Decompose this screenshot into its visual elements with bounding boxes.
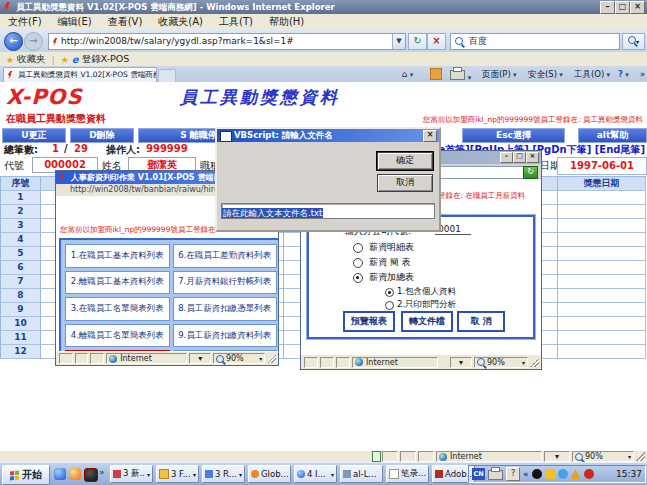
table-row[interactable]: 8 <box>1 289 41 303</box>
stop-button[interactable]: × <box>427 33 446 50</box>
menu-tools[interactable]: 工具(T) <box>211 15 261 29</box>
maximize-button[interactable] <box>513 152 526 163</box>
close-button[interactable] <box>526 152 539 163</box>
star-tray-icon[interactable] <box>545 469 555 479</box>
taskbar-task-group-2[interactable]: 3 F... <box>156 465 199 483</box>
menu-item-6[interactable]: 6.在職員工差勤資料列表 <box>173 244 278 268</box>
tray-chevron-icon[interactable]: « <box>523 469 529 479</box>
radio-include-personal[interactable] <box>385 288 394 297</box>
minimize-button[interactable] <box>500 152 513 163</box>
radio-salary-total[interactable] <box>353 273 363 283</box>
protected-mode-panel[interactable]: ▾ <box>450 357 472 368</box>
table-row[interactable]: 10 <box>1 317 41 331</box>
radio-salary-simple-label[interactable]: 薪資 簡 表 <box>369 256 411 269</box>
minimize-button[interactable] <box>600 1 615 14</box>
table-row[interactable]: 12 <box>1 345 41 359</box>
refresh-button[interactable]: ↻ <box>408 33 427 50</box>
radio-salary-simple[interactable] <box>353 258 363 268</box>
taskbar-task-group-3[interactable]: 3 R... <box>202 465 245 483</box>
help-menu[interactable]: ? <box>618 68 629 81</box>
radio-salary-total-label[interactable]: 薪資加總表 <box>369 271 414 284</box>
taskbar-task-notes[interactable]: 笔录... <box>386 465 429 483</box>
search-options-button[interactable]: ▾ <box>622 33 645 50</box>
menu-item-3[interactable]: 3.在職員工名單簡表列表 <box>65 297 170 321</box>
tab-active[interactable]: 員工異動獎懲資料 V1.02[X-POS 雲端商務網] <box>3 67 157 83</box>
cancel-report-button[interactable]: 取 消 <box>457 311 505 332</box>
cancel-button[interactable]: 取消 <box>377 174 433 192</box>
address-dropdown-icon[interactable]: ▼ <box>392 34 405 49</box>
preview-report-button[interactable]: 預覽報表 <box>343 311 395 332</box>
protected-mode-panel[interactable]: ▾ <box>544 451 570 462</box>
radio-dept-only[interactable] <box>385 301 394 310</box>
search-box[interactable]: 百度 <box>450 33 620 50</box>
table-row[interactable]: 9 <box>1 303 41 317</box>
quicklaunch-chevron-icon[interactable]: » <box>99 467 105 477</box>
address-bar[interactable]: http://win2008/tw/salary/ygydl.asp?mark=… <box>48 33 406 50</box>
close-button[interactable] <box>423 130 437 142</box>
alt-help-button[interactable]: alt幫助 <box>578 128 647 143</box>
table-row[interactable]: 6 <box>1 261 41 275</box>
chevron-more-icon[interactable]: » <box>640 68 645 80</box>
table-row[interactable]: 7 <box>1 275 41 289</box>
protected-mode-panel[interactable]: ▾ <box>189 353 210 364</box>
radio-salary-detail-label[interactable]: 薪資明細表 <box>369 241 414 254</box>
maximize-button[interactable] <box>615 1 630 14</box>
menu-item-9[interactable]: 9.員工薪資扣繳資料列表 <box>173 324 278 348</box>
resize-grip[interactable] <box>267 354 276 363</box>
forward-button[interactable]: → <box>24 32 43 51</box>
radio-include-personal-label[interactable]: 1.包含個人資料 <box>397 286 456 298</box>
shield-tray-icon[interactable] <box>571 469 581 479</box>
go-button[interactable]: ↻ <box>523 166 538 179</box>
add-favorite-icon[interactable] <box>61 54 69 65</box>
update-tray-icon[interactable] <box>558 469 568 479</box>
table-row[interactable]: 5 <box>1 247 41 261</box>
av-tray-icon[interactable] <box>584 469 594 479</box>
zoom-control[interactable]: 90% ▾ <box>572 451 634 462</box>
menu-item-2[interactable]: 2.離職員工基本資料列表 <box>65 271 170 295</box>
clock[interactable]: 15:37 <box>616 469 642 479</box>
report-zoom-control[interactable]: 90% ▾ <box>474 357 528 368</box>
print-zoom-control[interactable]: 90% ▾ <box>213 353 265 364</box>
menu-edit[interactable]: 编辑(E) <box>50 15 100 29</box>
taskbar-task-al[interactable]: al-L... <box>340 465 383 483</box>
tools-menu[interactable]: 工具(O) <box>574 68 610 81</box>
table-row[interactable]: 1 <box>1 191 41 205</box>
menu-item-1[interactable]: 1.在職員工基本資料列表 <box>65 244 170 268</box>
radio-dept-only-label[interactable]: 2.只印部門分析 <box>397 299 456 311</box>
menu-view[interactable]: 查看(V) <box>100 15 151 29</box>
taskbar-task-glob[interactable]: Glob... <box>248 465 291 483</box>
start-button[interactable]: 开始 <box>2 465 50 485</box>
filename-input[interactable]: 請在此輸入文本文件名.txt <box>221 203 435 219</box>
page-menu[interactable]: 页面(P) <box>482 68 517 81</box>
taskbar-task-group-1[interactable]: 3 新... <box>110 465 153 483</box>
menu-item-4[interactable]: 4.離職員工名單簡表列表 <box>65 324 170 348</box>
esc-select-button[interactable]: Esc選擇 <box>462 128 565 143</box>
update-button[interactable]: U更正 <box>2 128 66 143</box>
favorites-link-xpos[interactable]: 登錄X-POS <box>82 53 130 66</box>
delete-button[interactable]: D刪除 <box>70 128 134 143</box>
language-indicator[interactable]: CN <box>472 468 485 480</box>
home-button[interactable]: ⌂ <box>402 68 413 81</box>
menu-file[interactable]: 文件(F) <box>0 15 50 29</box>
table-row[interactable]: 2 <box>1 205 41 219</box>
menu-favorites[interactable]: 收藏夹(A) <box>150 15 211 29</box>
close-button[interactable] <box>630 1 645 14</box>
menu-item-7[interactable]: 7.月薪資料銀行對帳列表 <box>173 271 278 295</box>
feeds-icon[interactable] <box>430 68 442 80</box>
table-row[interactable]: 3 <box>1 219 41 233</box>
taskbar-task-group-ie[interactable]: 4 I... <box>294 465 337 483</box>
new-tab-stub[interactable] <box>158 69 176 83</box>
resize-grip[interactable] <box>636 452 645 461</box>
quicklaunch-ie-icon[interactable] <box>54 468 66 480</box>
menu-item-8[interactable]: 8.員工薪資扣繳憑單列表 <box>173 297 278 321</box>
help-tray-icon[interactable]: ? <box>506 467 520 481</box>
qq-tray-icon[interactable] <box>532 469 542 479</box>
quicklaunch-qq-icon[interactable] <box>84 468 98 482</box>
radio-salary-detail[interactable] <box>353 243 363 253</box>
menu-help[interactable]: 帮助(H) <box>261 15 312 29</box>
resize-grip[interactable] <box>530 358 539 367</box>
table-row[interactable]: 4 <box>1 233 41 247</box>
date-field[interactable]: 1997-06-01 <box>557 157 647 175</box>
back-button[interactable]: ← <box>4 32 23 51</box>
ok-button[interactable]: 确定 <box>377 152 433 170</box>
